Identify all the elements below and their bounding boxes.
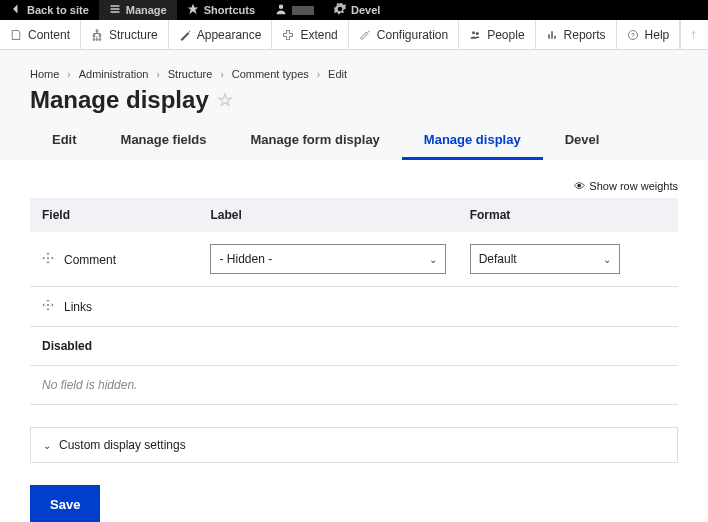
structure-icon	[91, 29, 103, 41]
table-row: Comment - Hidden - ⌄ Default ⌄	[30, 232, 678, 287]
devel-label: Devel	[351, 4, 380, 16]
chevron-down-icon: ⌄	[603, 254, 611, 265]
show-row-weights[interactable]: 👁Show row weights	[30, 174, 678, 198]
eye-icon: 👁	[574, 180, 585, 192]
user-label	[292, 6, 314, 15]
menu-appearance[interactable]: Appearance	[169, 20, 273, 49]
save-button[interactable]: Save	[30, 485, 100, 522]
tab-manage-fields[interactable]: Manage fields	[99, 122, 229, 160]
user-icon	[275, 3, 287, 17]
manage-label: Manage	[126, 4, 167, 16]
crumb-home[interactable]: Home	[30, 68, 59, 80]
reports-icon	[546, 29, 558, 41]
menu-help[interactable]: ?Help	[617, 20, 681, 49]
toolbar-top: Back to site Manage Shortcuts Devel	[0, 0, 708, 20]
back-label: Back to site	[27, 4, 89, 16]
menu-configuration[interactable]: Configuration	[349, 20, 459, 49]
gear-icon	[334, 3, 346, 17]
th-label: Label	[198, 198, 457, 232]
svg-point-0	[279, 5, 284, 10]
admin-menubar: Content Structure Appearance Extend Conf…	[0, 20, 708, 50]
crumb-comment-types[interactable]: Comment types	[232, 68, 309, 80]
drag-handle-icon[interactable]	[42, 252, 54, 264]
th-field: Field	[30, 198, 198, 232]
empty-message: No field is hidden.	[30, 366, 678, 405]
svg-point-1	[472, 31, 475, 34]
config-icon	[359, 29, 371, 41]
shortcut-star-icon[interactable]: ☆	[217, 89, 233, 111]
chevron-right-icon: ›	[156, 69, 159, 80]
star-icon	[187, 3, 199, 17]
chevron-down-icon: ⌄	[429, 254, 437, 265]
disabled-region: Disabled	[30, 327, 678, 366]
people-icon	[469, 29, 481, 41]
user-menu[interactable]	[265, 0, 324, 20]
page-region: Home› Administration› Structure› Comment…	[0, 50, 708, 160]
primary-tabs: Edit Manage fields Manage form display M…	[0, 122, 708, 160]
chevron-right-icon: ›	[220, 69, 223, 80]
tab-edit[interactable]: Edit	[30, 122, 99, 160]
arrow-icon	[689, 29, 701, 41]
extend-icon	[282, 29, 294, 41]
manage-toggle[interactable]: Manage	[99, 0, 177, 20]
page-title: Manage display ☆	[0, 86, 708, 122]
menu-content[interactable]: Content	[0, 20, 81, 49]
svg-point-2	[476, 32, 479, 35]
svg-text:?: ?	[631, 32, 635, 38]
tab-devel[interactable]: Devel	[543, 122, 622, 160]
help-icon: ?	[627, 29, 639, 41]
chevron-down-icon: ⌄	[43, 440, 51, 451]
crumb-admin[interactable]: Administration	[79, 68, 149, 80]
th-format: Format	[458, 198, 678, 232]
custom-display-settings[interactable]: ⌄ Custom display settings	[30, 427, 678, 463]
content-region: 👁Show row weights Field Label Format Com…	[0, 160, 708, 522]
orientation-toggle[interactable]	[680, 20, 708, 49]
shortcuts-label: Shortcuts	[204, 4, 255, 16]
display-table: Field Label Format Comment - Hidden - ⌄	[30, 198, 678, 405]
back-to-site[interactable]: Back to site	[0, 0, 99, 20]
drag-handle-icon[interactable]	[42, 299, 54, 311]
menu-extend[interactable]: Extend	[272, 20, 348, 49]
breadcrumb: Home› Administration› Structure› Comment…	[0, 50, 708, 86]
chevron-right-icon: ›	[67, 69, 70, 80]
appearance-icon	[179, 29, 191, 41]
crumb-structure[interactable]: Structure	[168, 68, 213, 80]
menu-icon	[109, 3, 121, 17]
table-row: Links	[30, 287, 678, 327]
devel-menu[interactable]: Devel	[324, 0, 390, 20]
tab-manage-form-display[interactable]: Manage form display	[229, 122, 402, 160]
back-icon	[10, 3, 22, 17]
field-name: Comment	[64, 253, 116, 267]
chevron-right-icon: ›	[317, 69, 320, 80]
shortcuts-menu[interactable]: Shortcuts	[177, 0, 265, 20]
content-icon	[10, 29, 22, 41]
menu-structure[interactable]: Structure	[81, 20, 169, 49]
format-select[interactable]: Default ⌄	[470, 244, 620, 274]
field-name: Links	[64, 300, 92, 314]
menu-reports[interactable]: Reports	[536, 20, 617, 49]
tab-manage-display[interactable]: Manage display	[402, 122, 543, 160]
crumb-edit[interactable]: Edit	[328, 68, 347, 80]
label-select[interactable]: - Hidden - ⌄	[210, 244, 445, 274]
menu-people[interactable]: People	[459, 20, 535, 49]
